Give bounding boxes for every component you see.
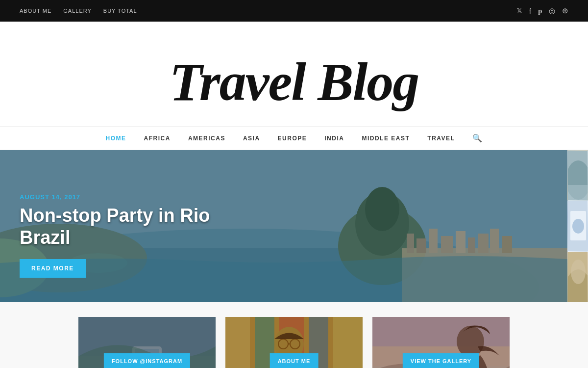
social-icons: 𝕏 f 𝐩 ◎ ⊕ (516, 6, 568, 15)
hero-date: AUGUST 14, 2017 (20, 193, 210, 201)
nav-home[interactable]: HOME (106, 135, 126, 142)
nav-about-me[interactable]: ABOUT ME (20, 8, 51, 14)
top-bar-nav: ABOUT ME GALLERY BUY TOTAL (20, 8, 137, 14)
hero-thumb-3[interactable] (567, 252, 588, 302)
nav-middle-east[interactable]: MIDDLE EAST (362, 135, 410, 142)
nav-buy-total[interactable]: BUY TOTAL (103, 8, 137, 14)
site-header: Travel Blog (0, 22, 588, 126)
site-title: Travel Blog (0, 36, 588, 121)
hero-thumb-2[interactable] (567, 201, 588, 251)
hero-thumbs (567, 150, 588, 302)
svg-text:Travel Blog: Travel Blog (170, 52, 419, 112)
about-card: ABOUT ME (225, 317, 363, 368)
svg-rect-23 (568, 185, 588, 201)
gallery-card: VIEW THE GALLERY (372, 317, 510, 368)
read-more-button[interactable]: READ MORE (20, 259, 86, 278)
instagram-icon[interactable]: ◎ (549, 6, 555, 15)
hero-section: AUGUST 14, 2017 Non-stop Party in Rio Br… (0, 150, 588, 302)
nav-africa[interactable]: AFRICA (144, 135, 171, 142)
instagram-button[interactable]: FOLLOW @INSTAGRAM (104, 353, 190, 368)
thumb-3-svg (568, 252, 588, 302)
nav-india[interactable]: INDIA (324, 135, 344, 142)
svg-point-26 (572, 219, 584, 234)
site-title-svg: Travel Blog (147, 36, 441, 115)
nav-gallery[interactable]: GALLERY (63, 8, 92, 14)
svg-point-28 (571, 260, 586, 284)
nav-europe[interactable]: EUROPE (278, 135, 307, 142)
thumb-2-svg (568, 201, 588, 251)
twitter-icon[interactable]: 𝕏 (516, 6, 522, 15)
about-button[interactable]: ABOUT ME (270, 353, 318, 368)
nav-asia[interactable]: ASIA (243, 135, 260, 142)
hero-thumb-1[interactable] (567, 150, 588, 201)
facebook-icon[interactable]: f (529, 7, 531, 15)
thumb-1-svg (568, 151, 588, 201)
cards-section: FOLLOW @INSTAGRAM (0, 302, 588, 368)
main-nav: HOME AFRICA AMERICAS ASIA EUROPE INDIA M… (0, 126, 588, 150)
top-bar: ABOUT ME GALLERY BUY TOTAL 𝕏 f 𝐩 ◎ ⊕ (0, 0, 588, 22)
instagram-card: FOLLOW @INSTAGRAM (78, 317, 216, 368)
gallery-button[interactable]: VIEW THE GALLERY (403, 353, 479, 368)
nav-americas[interactable]: AMERICAS (188, 135, 225, 142)
pinterest-icon[interactable]: 𝐩 (538, 6, 542, 15)
search-icon[interactable]: 🔍 (472, 133, 482, 143)
rss-icon[interactable]: ⊕ (562, 6, 568, 15)
nav-travel[interactable]: TRAVEL (427, 135, 455, 142)
hero-title: Non-stop Party in Rio Brazil (20, 205, 210, 249)
hero-content: AUGUST 14, 2017 Non-stop Party in Rio Br… (20, 193, 210, 278)
